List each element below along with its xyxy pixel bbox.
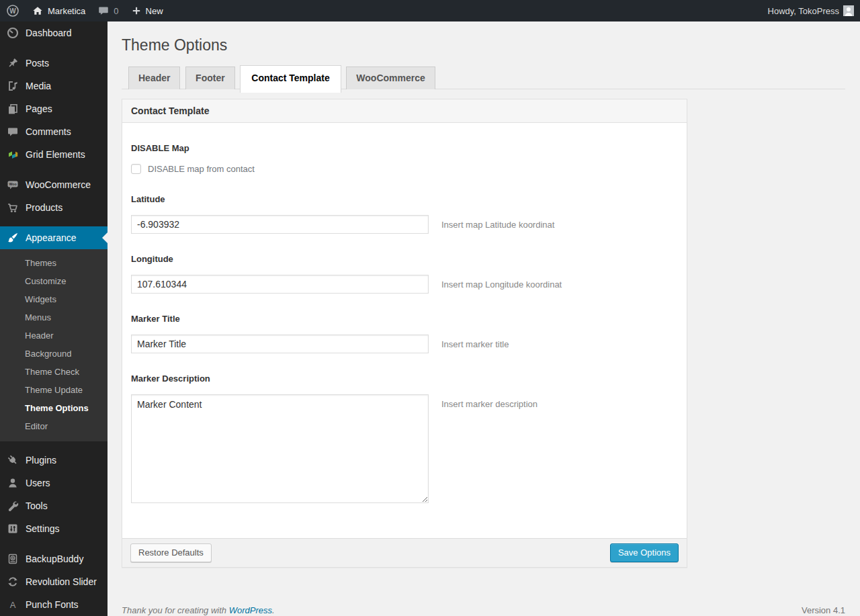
sidebar-item-appearance[interactable]: Appearance (0, 226, 108, 249)
longitude-input[interactable] (131, 275, 429, 294)
marker-description-label: Marker Description (131, 373, 678, 384)
media-icon (6, 79, 19, 93)
new-menu[interactable]: New (125, 0, 169, 21)
wordpress-logo-icon: W (6, 4, 19, 17)
sidebar-item-punch-fonts[interactable]: A Punch Fonts (0, 593, 108, 616)
panel-footer: Restore Defaults Save Options (122, 538, 687, 567)
submenu-item-background[interactable]: Background (0, 345, 108, 363)
sidebar-item-grid-elements[interactable]: Grid Elements (0, 143, 108, 166)
latitude-description: Insert map Latitude koordinat (441, 220, 554, 230)
pages-icon (6, 102, 19, 116)
tab-woocommerce[interactable]: WooCommerce (346, 67, 435, 89)
avatar (843, 5, 854, 16)
save-options-button[interactable]: Save Options (610, 543, 679, 562)
submenu-item-theme-check[interactable]: Theme Check (0, 363, 108, 381)
marker-title-description: Insert marker title (441, 339, 509, 349)
sidebar-item-settings[interactable]: Settings (0, 517, 108, 540)
field-group-disable-map: DISABLE Map DISABLE map from contact (131, 143, 678, 174)
letter-a-icon: A (6, 598, 19, 611)
footer-thanks: Thank you for creating with WordPress. (122, 605, 275, 615)
sidebar-item-comments[interactable]: Comments (0, 120, 108, 143)
tab-contact-template[interactable]: Contact Template (240, 65, 341, 93)
main-content: Theme Options Header Footer Contact Temp… (108, 21, 860, 616)
wordpress-link[interactable]: WordPress (229, 605, 272, 615)
disable-map-checkbox[interactable] (131, 164, 141, 174)
appearance-submenu: Themes Customize Widgets Menus Header Ba… (0, 249, 108, 441)
user-icon (6, 476, 19, 490)
sidebar-item-woocommerce[interactable]: Woo WooCommerce (0, 173, 108, 196)
comment-bubble-icon (97, 5, 110, 17)
settings-icon (6, 522, 19, 535)
field-group-marker-title: Marker Title Insert marker title (131, 314, 678, 353)
refresh-arrows-icon (6, 575, 19, 588)
page-title: Theme Options (122, 21, 845, 55)
sidebar-item-media[interactable]: Media (0, 75, 108, 97)
home-icon (32, 5, 44, 17)
wrench-icon (6, 499, 19, 513)
marker-description-textarea[interactable]: Marker Content (131, 394, 429, 503)
latitude-input[interactable] (131, 215, 429, 234)
disable-map-checkbox-label: DISABLE map from contact (148, 164, 255, 174)
wordpress-logo-menu[interactable]: W (0, 0, 26, 21)
longitude-description: Insert map Longitude koordinat (441, 279, 562, 290)
account-menu[interactable]: Howdy, TokoPress (762, 0, 860, 21)
submenu-item-header[interactable]: Header (0, 326, 108, 345)
site-name-menu[interactable]: Marketica (26, 0, 91, 21)
sidebar-item-posts[interactable]: Posts (0, 52, 108, 75)
submenu-item-theme-options[interactable]: Theme Options (0, 399, 108, 417)
plus-icon (131, 5, 142, 16)
disable-map-label: DISABLE Map (131, 143, 678, 153)
new-label: New (146, 6, 163, 16)
comments-menu[interactable]: 0 (91, 0, 124, 21)
sidebar-item-backupbuddy[interactable]: BackupBuddy (0, 547, 108, 570)
footer-thanks-prefix: Thank you for creating with (122, 605, 229, 615)
grid-elements-icon (6, 148, 19, 161)
field-group-marker-description: Marker Description Marker Content Insert… (131, 373, 678, 503)
page-footer: Thank you for creating with WordPress. V… (122, 605, 845, 615)
footer-version: Version 4.1 (802, 605, 845, 615)
svg-text:A: A (10, 600, 16, 610)
sidebar-item-revolution-slider[interactable]: Revolution Slider (0, 570, 108, 593)
panel-title: Contact Template (122, 99, 687, 123)
svg-text:Woo: Woo (9, 182, 16, 186)
pushpin-icon (6, 56, 19, 70)
sidebar-item-dashboard[interactable]: Dashboard (0, 21, 108, 44)
panel-body: DISABLE Map DISABLE map from contact Lat… (122, 123, 687, 538)
dashboard-icon (6, 26, 19, 40)
footer-thanks-suffix: . (272, 605, 275, 615)
field-group-latitude: Latitude Insert map Latitude koordinat (131, 194, 678, 234)
howdy-label: Howdy, TokoPress (768, 6, 839, 16)
marker-title-input[interactable] (131, 335, 429, 353)
field-group-longitude: Longitude Insert map Longitude koordinat (131, 254, 678, 294)
svg-text:W: W (9, 7, 16, 15)
woocommerce-icon: Woo (6, 178, 19, 191)
tab-bar: Header Footer Contact Template WooCommer… (122, 65, 845, 89)
tab-header[interactable]: Header (128, 67, 180, 89)
restore-defaults-button[interactable]: Restore Defaults (130, 543, 212, 562)
admin-bar: W Marketica 0 New Howdy, TokoPress (0, 0, 860, 21)
brush-icon (6, 231, 19, 245)
contact-template-panel: Contact Template DISABLE Map DISABLE map… (122, 99, 687, 568)
longitude-label: Longitude (131, 254, 678, 264)
admin-menu: Dashboard Posts Media Pages Comments Gri… (0, 21, 108, 616)
submenu-item-customize[interactable]: Customize (0, 272, 108, 290)
latitude-label: Latitude (131, 194, 678, 204)
marker-description-description: Insert marker description (441, 399, 538, 409)
cart-icon (6, 201, 19, 214)
comments-icon (6, 125, 19, 138)
sidebar-item-plugins[interactable]: Plugins (0, 449, 108, 472)
submenu-item-editor[interactable]: Editor (0, 417, 108, 435)
submenu-item-widgets[interactable]: Widgets (0, 290, 108, 308)
backupbuddy-icon (6, 552, 19, 566)
tab-footer[interactable]: Footer (185, 67, 235, 89)
sidebar-item-tools[interactable]: Tools (0, 494, 108, 517)
submenu-item-theme-update[interactable]: Theme Update (0, 381, 108, 399)
sidebar-item-pages[interactable]: Pages (0, 97, 108, 120)
submenu-item-themes[interactable]: Themes (0, 254, 108, 272)
sidebar-item-users[interactable]: Users (0, 472, 108, 494)
marker-title-label: Marker Title (131, 314, 678, 324)
plug-icon (6, 453, 19, 467)
submenu-item-menus[interactable]: Menus (0, 308, 108, 326)
sidebar-item-products[interactable]: Products (0, 196, 108, 219)
comments-count: 0 (114, 6, 118, 16)
